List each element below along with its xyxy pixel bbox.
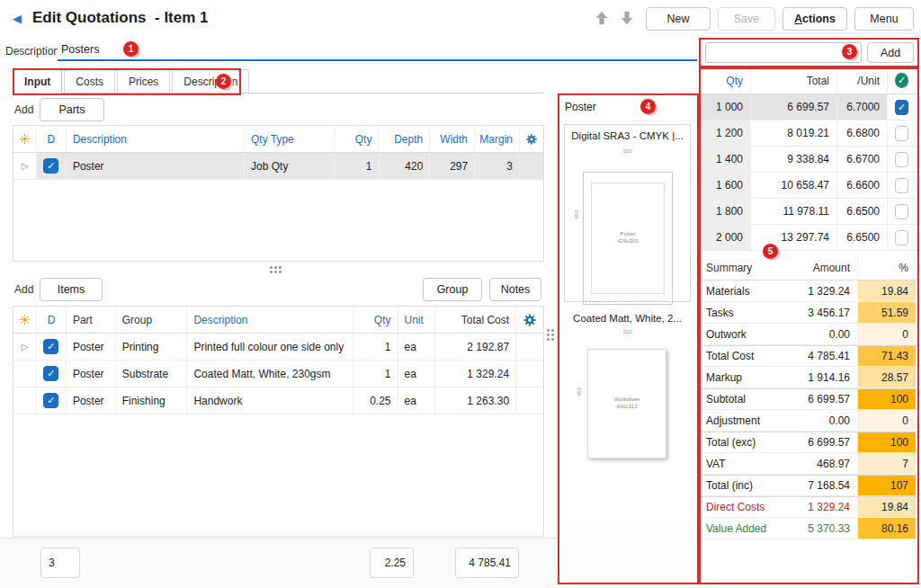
tab-input[interactable]: Input (13, 69, 62, 94)
cell-amount: 0.00 (789, 324, 857, 344)
cell-unit: ea (398, 361, 436, 387)
col-header-part[interactable]: Part (67, 307, 116, 333)
col-header-group[interactable]: Group (116, 307, 188, 333)
press-sheet-card[interactable]: Digital SRA3 - CMYK |... 320 450 Poster … (564, 124, 691, 302)
move-up-icon[interactable] (594, 10, 610, 26)
tab-costs[interactable]: Costs (64, 69, 115, 93)
qty-select-checkbox[interactable]: ✓ (895, 126, 908, 141)
save-button[interactable]: Save (718, 7, 775, 31)
col-header-qty[interactable]: Qty (353, 307, 398, 333)
sun-icon[interactable] (13, 307, 37, 333)
tab-prices[interactable]: Prices (117, 69, 170, 93)
cell-percent: 28.57 (857, 367, 916, 388)
col-header-percent[interactable]: % (857, 255, 916, 280)
summary-row[interactable]: Materials 1 329.24 19.84 (699, 281, 919, 302)
quantity-row[interactable]: 1 000 6 699.57 6.7000 ✓ (699, 94, 919, 120)
col-header-d[interactable]: D (37, 307, 67, 333)
quantity-row[interactable]: 2 000 13 297.74 6.6500 ✓ (699, 225, 919, 251)
group-button[interactable]: Group (423, 278, 482, 301)
worksheet-diagram: Worksheet 436x313 (587, 349, 666, 459)
notes-button[interactable]: Notes (489, 278, 541, 301)
d-checkbox[interactable]: ✓ (43, 158, 58, 174)
d-checkbox[interactable]: ✓ (43, 366, 58, 381)
summary-row[interactable]: Total (exc) 6 699.57 100 (699, 432, 919, 453)
qty-select-checkbox[interactable]: ✓ (895, 178, 908, 193)
sun-icon[interactable] (13, 126, 37, 152)
col-header-unit[interactable]: Unit (398, 307, 436, 333)
add-parts-button[interactable]: Parts (40, 98, 104, 121)
col-header-summary[interactable]: Summary (699, 255, 789, 280)
summary-row[interactable]: Tasks 3 456.17 51.59 (699, 302, 919, 324)
cell-part: Poster (67, 388, 116, 414)
col-header-qty-type[interactable]: Qty Type (245, 126, 335, 152)
col-header-description[interactable]: Description (67, 126, 245, 152)
actions-button[interactable]: Actions (782, 7, 847, 31)
quantity-row[interactable]: 1 800 11 978.11 6.6500 ✓ (699, 199, 919, 225)
cell-qty: 1 200 (699, 120, 751, 146)
summary-row[interactable]: Subtotal 6 699.57 100 (699, 388, 919, 410)
col-header-qty[interactable]: Qty (699, 67, 751, 94)
horizontal-splitter-handle[interactable] (270, 266, 282, 273)
summary-row[interactable]: Markup 1 914.16 28.57 (699, 367, 919, 388)
quantity-row[interactable]: 1 400 9 338.84 6.6700 ✓ (699, 147, 919, 173)
items-add-label: Add (14, 283, 33, 296)
parts-row[interactable]: ▷ ✓ Poster Job Qty 1 420 297 3 (13, 153, 543, 180)
quick-add-input[interactable] (705, 42, 862, 63)
move-down-icon[interactable] (619, 10, 635, 26)
add-items-button[interactable]: Items (40, 278, 103, 301)
col-header-depth[interactable]: Depth (379, 126, 430, 152)
summary-row[interactable]: Outwork 0.00 0 (699, 324, 919, 345)
col-header-total[interactable]: Total (751, 67, 837, 94)
col-header-width[interactable]: Width (430, 126, 475, 152)
row-expander-icon[interactable]: ▷ (13, 334, 37, 360)
page-title: Edit Quotations - Item 1 (32, 9, 209, 27)
col-header-total-cost[interactable]: Total Cost (435, 307, 516, 333)
cell-total: 10 658.47 (751, 173, 837, 198)
vertical-splitter-handle[interactable] (547, 329, 554, 341)
quantity-row[interactable]: 1 600 10 658.47 6.6600 ✓ (699, 173, 919, 199)
row-expander-icon[interactable]: ▷ (13, 153, 37, 179)
items-row[interactable]: ▷ ✓ Poster Printing Printed full colour … (13, 334, 543, 361)
column-settings-gear-icon[interactable] (516, 307, 543, 333)
cell-total: 6 699.57 (751, 94, 837, 120)
col-header-per-unit[interactable]: /Unit (837, 67, 888, 94)
qty-select-checkbox[interactable]: ✓ (895, 230, 908, 245)
d-checkbox[interactable]: ✓ (43, 393, 58, 408)
substrate-card[interactable]: Coated Matt, White, 2... 320 450 Workshe… (564, 311, 691, 518)
cell-d-checkbox: ✓ (37, 153, 67, 179)
tab-description[interactable]: Description (172, 69, 249, 93)
back-icon[interactable]: ◀ (13, 12, 22, 25)
col-header-d[interactable]: D (37, 126, 67, 152)
new-button[interactable]: New (646, 7, 711, 31)
col-header-description[interactable]: Description (187, 307, 353, 333)
cell-part: Poster (67, 361, 116, 387)
summary-row[interactable]: VAT 468.97 7 (699, 453, 919, 475)
summary-row[interactable]: Adjustment 0.00 0 (699, 410, 919, 432)
select-all-check-icon[interactable]: ✓ (888, 67, 916, 94)
summary-row[interactable]: Total Cost 4 785.41 71.43 (699, 345, 919, 367)
description-input[interactable] (58, 40, 697, 61)
col-header-amount[interactable]: Amount (789, 255, 857, 280)
col-header-margin[interactable]: Margin (475, 126, 520, 152)
worksheet-label: Worksheet 436x313 (588, 396, 666, 411)
quick-add-button[interactable]: Add (867, 42, 914, 63)
cell-percent: 7 (857, 453, 916, 474)
items-row[interactable]: ✓ Poster Finishing Handwork 0.25 ea 1 26… (13, 388, 543, 414)
cell-per-unit: 6.6500 (837, 199, 888, 224)
cell-percent: 51.59 (857, 302, 916, 323)
sheet-top-dimension: 320 (565, 148, 690, 154)
items-row[interactable]: ✓ Poster Substrate Coated Matt, White, 2… (13, 361, 543, 388)
edit-quotations-window: ◀ Edit Quotations - Item 1 New Save Acti… (0, 0, 921, 588)
summary-row-value-added[interactable]: Value Added 5 370.33 80.16 (699, 518, 919, 539)
summary-row-direct-costs[interactable]: Direct Costs 1 329.24 19.84 (699, 496, 919, 518)
quantity-row[interactable]: 1 200 8 019.21 6.6800 ✓ (699, 120, 919, 147)
cell-width: 297 (430, 153, 475, 179)
summary-row[interactable]: Total (inc) 7 168.54 107 (699, 475, 919, 496)
col-header-qty[interactable]: Qty (335, 126, 380, 152)
d-checkbox[interactable]: ✓ (43, 339, 58, 354)
column-settings-gear-icon[interactable] (520, 126, 543, 152)
qty-select-checkbox[interactable]: ✓ (895, 204, 908, 219)
qty-select-checkbox[interactable]: ✓ (895, 100, 908, 115)
qty-select-checkbox[interactable]: ✓ (895, 152, 908, 167)
menu-button[interactable]: Menu (854, 7, 914, 31)
